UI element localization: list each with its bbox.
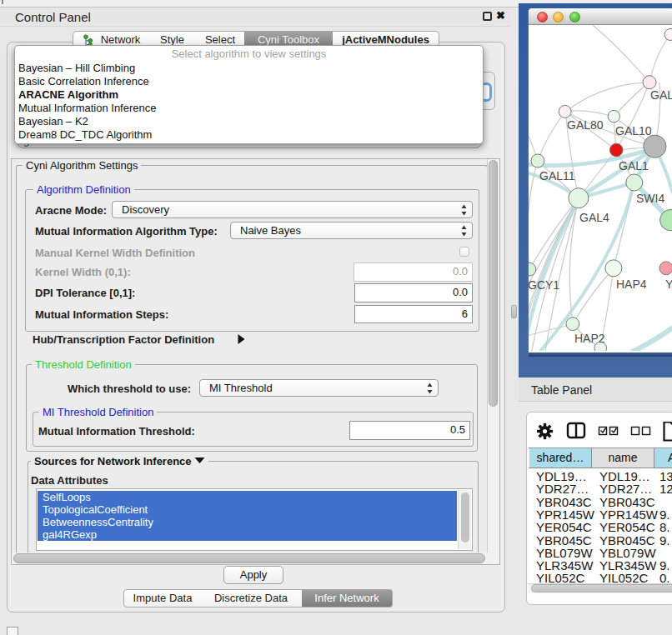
svg-text:GAL80: GAL80 (567, 118, 604, 132)
svg-text:GAL10: GAL10 (615, 124, 652, 138)
svg-text:GAL1: GAL1 (619, 159, 649, 172)
svg-text:Y: Y (665, 278, 672, 291)
svg-text:GAL11: GAL11 (539, 169, 575, 182)
svg-text:SWI4: SWI4 (636, 192, 664, 205)
svg-text:GCY1: GCY1 (529, 278, 559, 292)
svg-text:HAP4: HAP4 (616, 278, 647, 291)
svg-text:HAP2: HAP2 (574, 332, 605, 345)
svg-text:GAL4: GAL4 (579, 211, 609, 224)
svg-text:GAL7: GAL7 (650, 88, 672, 102)
